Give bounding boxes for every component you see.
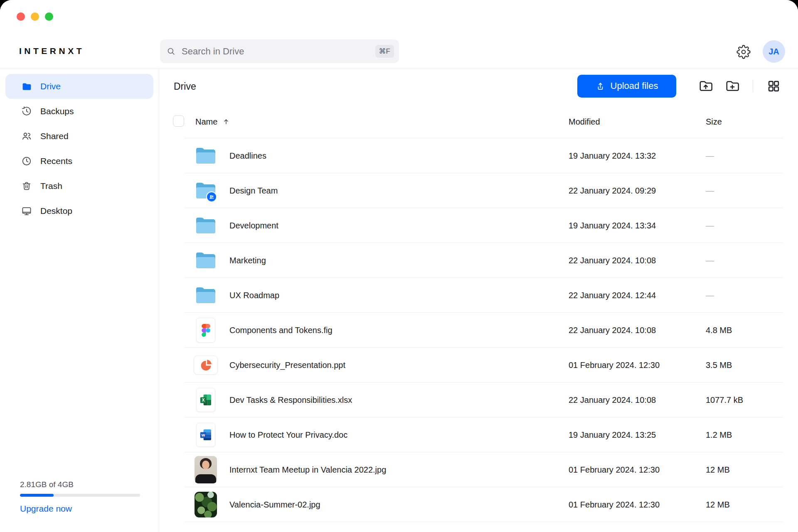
main-content: Drive Upload files Name Modified — [160, 69, 798, 532]
file-size: 12 MB — [706, 500, 730, 510]
folder-icon — [194, 278, 218, 313]
folder-icon — [194, 138, 218, 173]
folder-icon — [194, 173, 218, 208]
svg-text:X: X — [202, 398, 204, 402]
desktop-icon — [21, 206, 32, 216]
recents-icon — [21, 156, 32, 167]
drive-folder-icon — [21, 81, 32, 92]
file-modified: 01 February 2024. 12:30 — [569, 465, 660, 475]
sidebar-item-label: Recents — [40, 156, 72, 166]
file-size: — — [706, 186, 714, 196]
sidebar: DriveBackupsSharedRecentsTrashDesktop 2.… — [0, 69, 159, 532]
upgrade-link[interactable]: Upgrade now — [20, 504, 140, 514]
file-row[interactable]: XDev Tasks & Responsibilities.xlsx22 Jan… — [160, 382, 798, 417]
file-row[interactable]: Development19 January 2024. 13:34— — [160, 208, 798, 243]
file-size: 1077.7 kB — [706, 395, 743, 405]
file-row[interactable]: Design Team22 January 2024. 09:29— — [160, 173, 798, 208]
storage-usage-label: 2.81GB of 4GB — [20, 480, 140, 489]
search-input[interactable] — [181, 46, 375, 57]
storage-progress-bar — [20, 494, 140, 497]
file-name: Valencia-Summer-02.jpg — [229, 500, 320, 510]
file-row[interactable]: Deadlines19 January 2024. 13:32— — [160, 138, 798, 173]
sidebar-item-recents[interactable]: Recents — [5, 149, 153, 174]
file-modified: 01 February 2024. 12:30 — [569, 360, 660, 370]
gear-icon — [736, 45, 751, 59]
svg-text:W: W — [201, 433, 205, 437]
file-size: 1.2 MB — [706, 430, 732, 440]
file-row[interactable]: Components and Tokens.fig22 January 2024… — [160, 313, 798, 348]
storage-progress-fill — [20, 494, 54, 497]
powerpoint-icon — [194, 348, 218, 382]
file-name: Dev Tasks & Responsibilities.xlsx — [229, 395, 352, 405]
file-modified: 19 January 2024. 13:25 — [569, 430, 656, 440]
file-name: Marketing — [229, 256, 266, 265]
file-modified: 19 January 2024. 13:34 — [569, 221, 656, 230]
sidebar-item-trash[interactable]: Trash — [5, 174, 153, 199]
sidebar-item-label: Backups — [40, 106, 74, 116]
photo-foliage-icon — [194, 487, 218, 522]
excel-icon: X — [194, 382, 218, 417]
file-size: 3.5 MB — [706, 360, 732, 370]
file-row[interactable]: Valencia-Summer-02.jpg01 February 2024. … — [160, 487, 798, 522]
file-size: 12 MB — [706, 465, 730, 475]
file-size: 4.8 MB — [706, 326, 732, 335]
sidebar-item-label: Drive — [40, 81, 61, 91]
file-name: Development — [229, 221, 278, 230]
file-name: How to Protect Your Privacy.doc — [229, 430, 347, 440]
shared-badge — [206, 191, 217, 202]
search-shortcut-badge: ⌘F — [375, 45, 394, 58]
shared-icon — [21, 131, 32, 142]
search-bar[interactable]: ⌘F — [160, 39, 399, 63]
file-name: Cybersecurity_Presentation.ppt — [229, 360, 345, 370]
sidebar-item-label: Desktop — [40, 206, 72, 216]
file-row[interactable]: Cybersecurity_Presentation.ppt01 Februar… — [160, 348, 798, 382]
sidebar-item-shared[interactable]: Shared — [5, 124, 153, 149]
file-size: — — [706, 151, 714, 161]
file-modified: 22 January 2024. 09:29 — [569, 186, 656, 196]
app-window: INTERNXT ⌘F JA DriveBackupsSharedRecents… — [0, 0, 798, 532]
sidebar-item-desktop[interactable]: Desktop — [5, 199, 153, 223]
photo-portrait-icon — [194, 452, 218, 487]
file-row[interactable]: WHow to Protect Your Privacy.doc19 Janua… — [160, 417, 798, 452]
file-modified: 22 January 2024. 10:08 — [569, 395, 656, 405]
word-icon: W — [194, 417, 218, 452]
trash-icon — [21, 181, 32, 191]
file-modified: 19 January 2024. 13:32 — [569, 151, 656, 161]
file-size: — — [706, 256, 714, 265]
sidebar-item-label: Shared — [40, 131, 69, 141]
window-controls — [17, 12, 53, 21]
zoom-window-button[interactable] — [45, 12, 53, 21]
backups-icon — [21, 106, 32, 117]
avatar[interactable]: JA — [763, 40, 785, 63]
file-modified: 22 January 2024. 10:08 — [569, 326, 656, 335]
minimize-window-button[interactable] — [31, 12, 39, 21]
file-list: Deadlines19 January 2024. 13:32—Design T… — [160, 69, 798, 532]
file-size: — — [706, 291, 714, 300]
storage-widget: 2.81GB of 4GB Upgrade now — [20, 480, 140, 514]
sidebar-item-drive[interactable]: Drive — [5, 74, 153, 99]
figma-icon — [194, 313, 218, 348]
settings-button[interactable] — [736, 44, 751, 60]
top-bar: INTERNXT ⌘F JA — [0, 0, 798, 69]
internxt-logo: INTERNXT — [19, 46, 84, 56]
file-size: — — [706, 221, 714, 230]
file-name: UX Roadmap — [229, 291, 279, 300]
file-modified: 22 January 2024. 10:08 — [569, 256, 656, 265]
sidebar-item-backups[interactable]: Backups — [5, 99, 153, 124]
close-window-button[interactable] — [17, 12, 25, 21]
file-modified: 01 February 2024. 12:30 — [569, 500, 660, 510]
file-name: Internxt Team Meetup in Valencia 2022.jp… — [229, 465, 386, 475]
sidebar-item-label: Trash — [40, 181, 62, 191]
folder-icon — [194, 208, 218, 243]
sidebar-nav: DriveBackupsSharedRecentsTrashDesktop — [0, 69, 159, 223]
folder-icon — [194, 243, 218, 278]
file-row[interactable]: UX Roadmap22 January 2024. 12:44— — [160, 278, 798, 313]
file-name: Deadlines — [229, 151, 266, 161]
file-row[interactable]: Marketing22 January 2024. 10:08— — [160, 243, 798, 278]
file-row[interactable]: Internxt Team Meetup in Valencia 2022.jp… — [160, 452, 798, 487]
search-icon — [167, 47, 176, 56]
file-name: Design Team — [229, 186, 278, 196]
file-modified: 22 January 2024. 12:44 — [569, 291, 656, 300]
file-name: Components and Tokens.fig — [229, 326, 332, 335]
